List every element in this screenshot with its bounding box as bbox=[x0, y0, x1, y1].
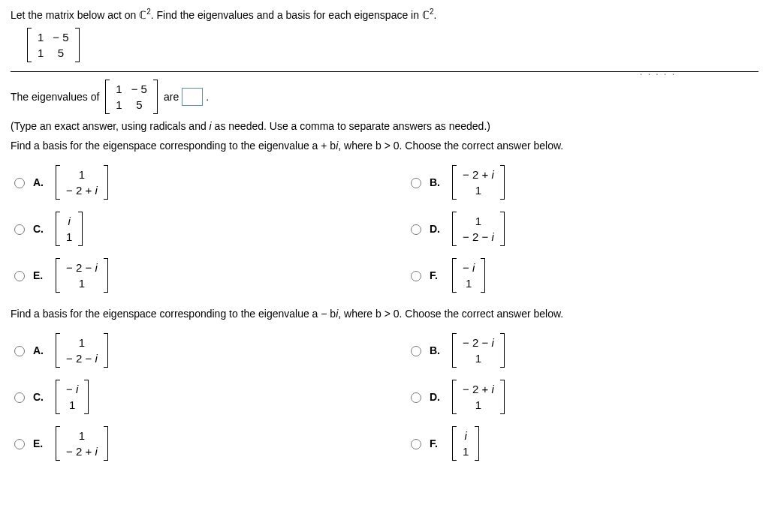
eig-text-b: are bbox=[164, 91, 179, 103]
eigenvalue-input[interactable] bbox=[182, 88, 203, 106]
q2-matrix-e: 1− 2 + i bbox=[56, 426, 108, 461]
q2-radio-d[interactable] bbox=[411, 392, 421, 403]
mi-r1c2: − 5 bbox=[127, 81, 152, 97]
q2-label-d: D. bbox=[430, 391, 443, 403]
q2-option-f[interactable]: F. i1 bbox=[407, 425, 758, 462]
q1-matrix-f: − i1 bbox=[452, 258, 485, 293]
q2-option-a[interactable]: A. 1− 2 − i bbox=[11, 332, 362, 369]
mi-r1c1: 1 bbox=[111, 81, 126, 97]
m-r2c1: 1 bbox=[33, 45, 48, 61]
intro-text-b: . Find the eigenvalues and a basis for e… bbox=[151, 9, 422, 21]
m-r1c2: − 5 bbox=[48, 29, 73, 45]
q1-label-f: F. bbox=[430, 269, 443, 281]
q1-label-d: D. bbox=[430, 223, 443, 235]
q2-radio-b[interactable] bbox=[411, 346, 421, 356]
q2-label-c: C. bbox=[33, 391, 47, 403]
question-1-prompt: Find a basis for the eigenspace correspo… bbox=[11, 140, 758, 152]
q2-matrix-c: − i1 bbox=[56, 380, 89, 414]
q2-option-b[interactable]: B. − 2 − i1 bbox=[407, 332, 758, 369]
complex-set-2: ℂ bbox=[422, 10, 430, 21]
q2-matrix-b: − 2 − i1 bbox=[452, 333, 505, 368]
q2-text: Find a basis for the eigenspace correspo… bbox=[11, 308, 563, 320]
q2-label-f: F. bbox=[430, 437, 443, 449]
eig-text-c: . bbox=[206, 91, 209, 103]
q2-label-b: B. bbox=[430, 344, 443, 356]
q1-option-f[interactable]: F. − i1 bbox=[407, 257, 758, 294]
matrix-display: 1− 5 15 bbox=[27, 28, 80, 62]
question-2-prompt: Find a basis for the eigenspace correspo… bbox=[11, 308, 758, 320]
q2-matrix-a: 1− 2 − i bbox=[56, 333, 108, 368]
intro-text-a: Let the matrix below act on bbox=[11, 9, 139, 21]
q2-matrix-d: − 2 + i1 bbox=[452, 380, 505, 414]
q2-radio-a[interactable] bbox=[14, 346, 25, 356]
q2-option-d[interactable]: D. − 2 + i1 bbox=[407, 378, 758, 416]
q1-radio-a[interactable] bbox=[14, 178, 25, 188]
q2-options: A. 1− 2 − i B. − 2 − i1 C. − i1 D. − 2 +… bbox=[11, 332, 758, 462]
q2-option-e[interactable]: E. 1− 2 + i bbox=[11, 425, 362, 462]
matrix-inline: 1− 5 15 bbox=[105, 80, 158, 114]
q1-radio-b[interactable] bbox=[411, 178, 421, 188]
q1-option-b[interactable]: B. − 2 + i1 bbox=[407, 164, 758, 201]
m-r1c1: 1 bbox=[33, 29, 48, 45]
complex-set-1: ℂ bbox=[139, 10, 146, 21]
q1-label-e: E. bbox=[33, 269, 47, 281]
q1-matrix-e: − 2 − i1 bbox=[56, 258, 108, 293]
q1-matrix-b: − 2 + i1 bbox=[452, 165, 505, 200]
q1-label-b: B. bbox=[430, 176, 443, 188]
q1-text: Find a basis for the eigenspace correspo… bbox=[11, 140, 563, 152]
q1-radio-d[interactable] bbox=[411, 224, 421, 235]
intro-text-c: . bbox=[433, 9, 436, 21]
q1-label-c: C. bbox=[33, 223, 47, 235]
answer-hint-text: (Type an exact answer, using radicals an… bbox=[11, 120, 490, 132]
ellipsis-icon: . . . . . bbox=[640, 67, 676, 77]
q1-matrix-d: 1− 2 − i bbox=[452, 212, 505, 246]
q1-option-a[interactable]: A. 1− 2 + i bbox=[11, 164, 362, 201]
mi-r2c1: 1 bbox=[111, 97, 126, 113]
m-r2c2: 5 bbox=[48, 45, 73, 61]
q1-option-d[interactable]: D. 1− 2 − i bbox=[407, 210, 758, 248]
q2-option-c[interactable]: C. − i1 bbox=[11, 378, 362, 416]
question-intro: Let the matrix below act on ℂ2. Find the… bbox=[11, 8, 758, 22]
q2-radio-e[interactable] bbox=[14, 439, 25, 449]
q2-matrix-f: i1 bbox=[452, 426, 479, 461]
eigenvalue-entry-row: The eigenvalues of 1− 5 15 are . bbox=[11, 78, 758, 116]
q2-radio-f[interactable] bbox=[411, 439, 421, 449]
q1-option-e[interactable]: E. − 2 − i1 bbox=[11, 257, 362, 294]
mi-r2c2: 5 bbox=[127, 97, 152, 113]
q1-radio-e[interactable] bbox=[14, 271, 25, 281]
q2-label-a: A. bbox=[33, 344, 47, 356]
q1-matrix-a: 1− 2 + i bbox=[56, 165, 108, 200]
q2-label-e: E. bbox=[33, 437, 47, 449]
q2-radio-c[interactable] bbox=[14, 392, 25, 403]
q1-radio-f[interactable] bbox=[411, 271, 421, 281]
eig-text-a: The eigenvalues of bbox=[11, 91, 99, 103]
q1-options: A. 1− 2 + i B. − 2 + i1 C. i1 D. 1− 2 − … bbox=[11, 164, 758, 294]
q1-option-c[interactable]: C. i1 bbox=[11, 210, 362, 248]
answer-hint: (Type an exact answer, using radicals an… bbox=[11, 120, 758, 132]
q1-label-a: A. bbox=[33, 176, 47, 188]
q1-matrix-c: i1 bbox=[56, 212, 83, 246]
q1-radio-c[interactable] bbox=[14, 224, 25, 235]
display-matrix-block: 1− 5 15 bbox=[24, 26, 758, 64]
